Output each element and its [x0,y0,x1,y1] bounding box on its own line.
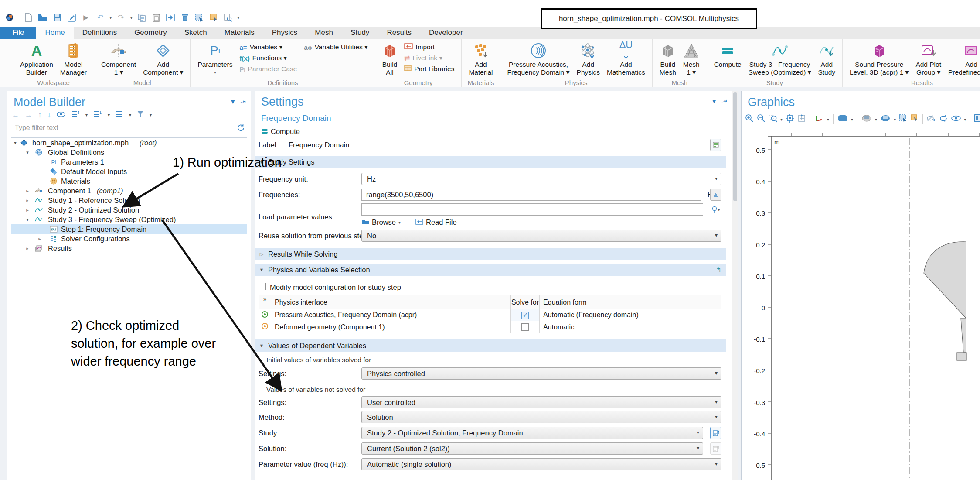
section-results-while-solving[interactable]: ▷ Results While Solving [255,248,726,260]
add-mathematics-button[interactable]: ΔU Add Mathematics [603,41,649,76]
panel-menu-caret-icon[interactable]: ▼ [711,98,717,105]
zoom-box-caret-icon[interactable]: ▾ [780,117,783,122]
tree-item-root[interactable]: ▾ horn_shape_optimization.mph (root) [11,138,247,147]
pick-select-icon[interactable] [208,12,219,23]
default-view-caret-icon[interactable]: ▾ [851,117,853,122]
parameters-button[interactable]: Pi Parameters ▾ [194,41,236,76]
delete-icon[interactable] [180,12,190,23]
pressure-acoustics-button[interactable]: Pressure Acoustics, Frequency Domain ▾ [504,41,573,76]
tree-item-materials[interactable]: Materials [11,176,247,186]
go-to-view-caret-icon[interactable]: ▾ [827,117,829,122]
expand-icon[interactable]: ▾ [24,217,31,223]
filter-icon[interactable] [137,110,144,120]
label-input[interactable]: Frequency Domain [284,139,704,151]
rotate-icon[interactable] [939,114,948,124]
run-icon[interactable]: ▶ [81,12,91,23]
build-mesh-button[interactable]: Build Mesh [656,41,680,76]
table-row[interactable]: Deformed geometry (Component 1) Automati… [259,321,721,333]
scrollbar-thumb[interactable] [733,92,737,201]
add-physics-button[interactable]: Add Physics [573,41,603,76]
collapse-ordering-caret-icon[interactable]: ▾ [108,113,110,117]
rename-button[interactable] [710,139,721,151]
expand-icon[interactable]: ▸ [37,236,43,242]
reuse-solution-select[interactable]: No [361,230,721,242]
settings-scrollbar[interactable] [732,91,738,480]
tab-sketch[interactable]: Sketch [176,27,216,39]
go-to-study-button[interactable] [710,427,721,439]
part-libraries-button[interactable]: Part Libraries [404,65,454,73]
component-1-button[interactable]: Component 1 ▾ [98,41,140,76]
tree-item-study-2[interactable]: ▸ Study 2 - Optimized Solution [11,205,247,215]
tab-results[interactable]: Results [378,27,420,39]
show-icon[interactable] [57,111,65,120]
load-parameter-input[interactable] [361,203,703,216]
sound-pressure-level-button[interactable]: Sound Pressure Level, 3D (acpr) 1 ▾ [846,41,912,76]
zoom-out-icon[interactable] [757,114,766,124]
open-file-icon[interactable] [37,12,48,23]
redo-icon[interactable]: ↷ [116,12,126,23]
expand-ordering-caret-icon[interactable]: ▾ [85,113,88,117]
expand-icon[interactable]: ▸ [24,188,31,194]
load-parameter-pick-button[interactable]: ▾ [710,203,721,216]
table-row[interactable]: Pressure Acoustics, Frequency Domain (ac… [259,309,721,321]
zoom-extents-icon[interactable] [786,114,794,124]
scene-light-icon[interactable] [861,114,872,124]
hide-objects-icon[interactable] [927,115,936,123]
tab-study[interactable]: Study [342,27,378,39]
expand-icon[interactable]: ▸ [24,207,31,213]
expand-icon[interactable]: ▸ [24,198,31,203]
build-all-button[interactable]: Build All [379,41,401,76]
expand-icon[interactable]: ▸ [24,246,31,251]
tree-item-component-1[interactable]: ▸ Component 1 (comp1) [11,186,247,195]
livelink-button[interactable]: ⇄ LiveLink ▾ [404,54,454,62]
tree-item-results[interactable]: ▸ Results [11,243,247,253]
pin-icon[interactable]: 📌︎ [720,97,729,106]
tab-physics[interactable]: Physics [263,27,306,39]
modify-config-checkbox[interactable] [259,283,266,290]
collapse-ordering-icon[interactable] [93,110,102,120]
functions-button[interactable]: f(x) Functions ▾ [240,54,297,62]
solution-select[interactable]: Current (Solution 2 (sol2)) [361,442,703,455]
paste-icon[interactable] [151,12,161,23]
model-manager-button[interactable]: Model Manager [57,41,90,76]
move-up-icon[interactable]: ↑ [38,111,42,120]
compute-toolbar-button[interactable]: Compute [261,127,300,136]
zoom-in-icon[interactable] [745,114,754,124]
section-study-settings[interactable]: ▼ Study Settings [255,156,726,168]
reset-section-icon[interactable]: ↰ [716,266,721,274]
study-select[interactable]: Study 2 - Optimized Solution, Frequency … [361,427,703,439]
solve-for-checkbox[interactable] [521,323,529,331]
save-as-icon[interactable] [66,12,77,23]
select-box-icon[interactable] [899,114,908,124]
parameter-case-button[interactable]: Pi Parameter Case [240,65,297,73]
tab-materials[interactable]: Materials [216,27,263,39]
add-plot-group-button[interactable]: Add Plot Group ▾ [912,41,945,76]
tab-file[interactable]: File [0,27,36,39]
forward-icon[interactable]: → [25,111,32,120]
default-view-icon[interactable] [837,114,848,124]
save-icon[interactable] [52,12,62,23]
add-material-button[interactable]: Add Material [465,41,496,76]
application-builder-button[interactable]: A Application Builder [17,41,57,76]
tree-item-step1-frequency-domain[interactable]: Step 1: Frequency Domain [11,224,247,234]
undo-caret-icon[interactable]: ▾ [109,15,112,21]
import-button[interactable]: Import [404,43,454,51]
filter-refresh-icon[interactable] [237,123,245,134]
mesh-1-button[interactable]: Mesh 1 ▾ [680,41,703,76]
scene-light-caret-icon[interactable]: ▾ [875,117,877,122]
environment-caret-icon[interactable]: ▾ [894,117,896,122]
tab-developer[interactable]: Developer [420,27,472,39]
tab-home[interactable]: Home [36,27,73,39]
visibility-icon[interactable] [951,115,961,123]
browse-button[interactable]: Browse▾ [361,218,401,226]
read-file-button[interactable]: Read File [415,218,457,226]
parameter-value-select[interactable]: Automatic (single solution) [361,458,721,470]
deselect-icon[interactable] [911,114,919,124]
tab-mesh[interactable]: Mesh [306,27,342,39]
image-snapshot-icon[interactable] [974,114,980,124]
add-study-button[interactable]: Add Study [814,41,839,76]
section-dependent-values[interactable]: ▼ Values of Dependent Variables [255,339,726,352]
frequency-unit-select[interactable]: Hz [361,173,721,185]
plot-area[interactable]: 0.5 0.4 0.3 0.2 0.1 0 -0.1 -0.2 -0.3 -0.… [742,133,980,480]
toolbar-overflow-caret-icon[interactable]: ▾ [237,15,240,21]
